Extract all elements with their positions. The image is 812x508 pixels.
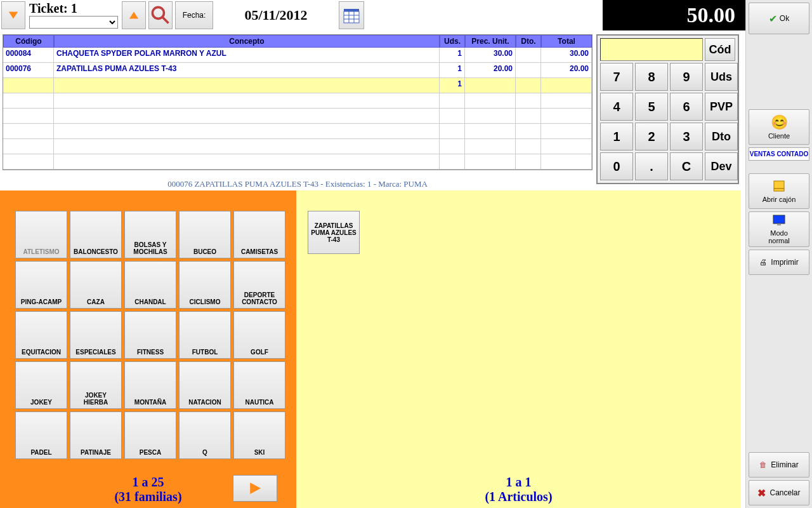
table-row-empty: . <box>3 124 592 139</box>
keypad-dto-button[interactable]: Dto <box>705 123 738 150</box>
table-row[interactable]: 000084 CHAQUETA SPYDER POLAR MARRON Y AZ… <box>3 48 592 63</box>
ticket-prev-button[interactable] <box>1 1 25 29</box>
keypad-uds-button[interactable]: Uds <box>705 63 738 91</box>
families-next-button[interactable] <box>233 475 277 502</box>
family-button[interactable]: EQUITACION <box>15 311 67 359</box>
svg-rect-13 <box>773 215 785 224</box>
eliminar-button[interactable]: 🗑 Eliminar <box>749 452 809 478</box>
ticket-total: 50.00 <box>603 0 745 30</box>
table-row-current[interactable]: 1 <box>3 78 592 93</box>
close-icon: ✖ <box>757 487 766 499</box>
keypad-clear[interactable]: C <box>670 152 703 180</box>
family-button[interactable]: BALONCESTO <box>70 211 122 258</box>
smiley-icon: 😊 <box>771 114 788 131</box>
col-precunit: Prec. Unit. <box>465 35 516 48</box>
search-ticket-button[interactable] <box>148 1 173 29</box>
article-button[interactable]: ZAPATILLAS PUMA AZULES T-43 <box>308 211 360 254</box>
trash-icon: 🗑 <box>759 460 767 469</box>
family-button[interactable]: PING-ACAMP <box>15 261 67 309</box>
svg-rect-14 <box>777 224 781 225</box>
keypad-0[interactable]: 0 <box>600 152 633 180</box>
family-button[interactable]: JOKEY HIERBA <box>70 361 122 409</box>
articles-panel: ZAPATILLAS PUMA AZULES T-43 1 a 1 (1 Art… <box>296 190 741 508</box>
keypad-3[interactable]: 3 <box>670 123 703 150</box>
family-button[interactable]: FITNESS <box>124 311 176 359</box>
abrir-cajon-button[interactable]: Abrir cajón <box>749 173 809 209</box>
printer-icon: 🖨 <box>759 258 767 267</box>
drawer-icon <box>772 180 786 194</box>
keypad-cod-button[interactable]: Cód <box>705 38 735 61</box>
ticket-label: Ticket: 1 <box>29 1 118 16</box>
family-button[interactable]: JOKEY <box>15 361 67 409</box>
svg-rect-12 <box>774 189 784 191</box>
family-button[interactable]: PADEL <box>15 411 67 459</box>
table-row-empty: . <box>3 154 592 170</box>
family-button[interactable]: MONTAÑA <box>124 361 176 409</box>
family-button[interactable]: GOLF <box>233 311 285 359</box>
keypad-dev-button[interactable]: Dev <box>705 152 738 180</box>
family-button[interactable]: DEPORTE CONTACTO <box>233 261 285 309</box>
svg-rect-5 <box>344 11 359 23</box>
family-button[interactable]: CHANDAL <box>124 261 176 309</box>
keypad-1[interactable]: 1 <box>600 123 633 150</box>
col-concepto: Concepto <box>54 35 440 48</box>
family-button[interactable]: NAUTICA <box>233 361 285 409</box>
family-button[interactable]: ESPECIALES <box>70 311 122 359</box>
articles-total: (1 Articulos) <box>296 490 741 504</box>
family-button[interactable]: FUTBOL <box>179 311 231 359</box>
col-dto: Dto. <box>516 35 541 48</box>
family-button[interactable]: PATINAJE <box>70 411 122 459</box>
family-button[interactable]: ATLETISMO <box>15 211 67 258</box>
svg-point-2 <box>152 7 164 18</box>
keypad-4[interactable]: 4 <box>600 93 633 121</box>
family-button[interactable]: BOLSAS Y MOCHILAS <box>124 211 176 258</box>
keypad-2[interactable]: 2 <box>635 123 668 150</box>
family-button[interactable]: CAMISETAS <box>233 211 285 258</box>
svg-line-3 <box>163 18 169 23</box>
family-button[interactable]: PESCA <box>124 411 176 459</box>
ventas-contado-label: VENTAS CONTADO <box>749 147 809 161</box>
fecha-button[interactable]: Fecha: <box>175 1 213 29</box>
check-icon: ✔ <box>769 13 777 25</box>
cancelar-button[interactable]: ✖ Cancelar <box>749 480 809 505</box>
svg-rect-4 <box>344 9 359 11</box>
modo-button[interactable]: Modo normal <box>749 211 809 247</box>
col-codigo: Código <box>3 35 54 48</box>
svg-rect-11 <box>774 181 784 189</box>
calendar-button[interactable] <box>339 1 364 29</box>
status-line: 000076 ZAPATILLAS PUMA AZULES T-43 - Exi… <box>3 177 593 192</box>
svg-marker-10 <box>250 483 261 494</box>
col-total: Total <box>541 35 592 48</box>
keypad-dot[interactable]: . <box>635 152 668 180</box>
articles-range: 1 a 1 <box>296 475 741 490</box>
ticket-next-button[interactable] <box>122 1 146 29</box>
family-button[interactable]: BUCEO <box>179 211 231 258</box>
family-button[interactable]: SKI <box>233 411 285 459</box>
keypad-5[interactable]: 5 <box>635 93 668 121</box>
ticket-lines-table: Código Concepto Uds. Prec. Unit. Dto. To… <box>3 34 593 170</box>
cliente-button[interactable]: 😊 Cliente <box>749 109 809 145</box>
table-row-empty: . <box>3 109 592 124</box>
keypad-7[interactable]: 7 <box>600 63 633 91</box>
keypad-input[interactable] <box>600 38 703 61</box>
keypad-pvp-button[interactable]: PVP <box>705 93 738 121</box>
family-button[interactable]: CAZA <box>70 261 122 309</box>
table-row-empty: . <box>3 139 592 154</box>
table-row[interactable]: 000076 ZAPATILLAS PUMA AZULES T-43 1 20.… <box>3 63 592 78</box>
family-button[interactable]: Q <box>179 411 231 459</box>
date-display: 05/11/2012 <box>216 1 336 29</box>
family-button[interactable]: CICLISMO <box>179 261 231 309</box>
monitor-icon <box>772 215 786 228</box>
svg-marker-1 <box>129 12 138 19</box>
col-uds: Uds. <box>440 35 465 48</box>
keypad-8[interactable]: 8 <box>635 63 668 91</box>
ticket-select[interactable] <box>29 16 118 29</box>
families-panel: ATLETISMOBALONCESTOBOLSAS Y MOCHILASBUCE… <box>0 190 296 508</box>
keypad-9[interactable]: 9 <box>670 63 703 91</box>
imprimir-button[interactable]: 🖨 Imprimir <box>749 250 809 275</box>
ok-button[interactable]: ✔Ok <box>749 3 809 34</box>
svg-marker-0 <box>9 12 18 19</box>
keypad-6[interactable]: 6 <box>670 93 703 121</box>
family-button[interactable]: NATACION <box>179 361 231 409</box>
right-sidebar: ✔Ok 😊 Cliente VENTAS CONTADO Abrir cajón… <box>745 0 812 508</box>
